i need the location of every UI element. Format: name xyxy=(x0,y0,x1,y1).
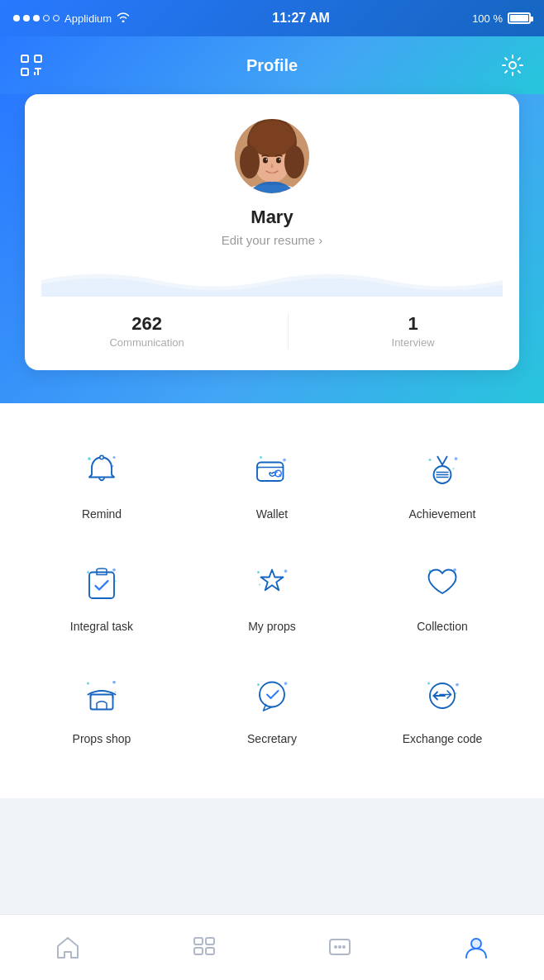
menu-item-my-props[interactable]: My props xyxy=(187,540,357,653)
grid-icon xyxy=(192,935,217,960)
signal-dots xyxy=(13,15,60,21)
status-time: 11:27 AM xyxy=(272,11,330,26)
props-shop-label: Props shop xyxy=(73,732,131,745)
achievement-icon-container xyxy=(416,445,469,497)
collection-label: Collection xyxy=(417,620,467,633)
svg-point-15 xyxy=(263,158,268,164)
svg-point-17 xyxy=(266,159,268,160)
wallet-label: Wallet xyxy=(256,507,288,521)
stat-communication-label: Communication xyxy=(109,336,184,349)
svg-point-18 xyxy=(279,159,281,160)
page-title: Profile xyxy=(246,56,298,75)
avatar xyxy=(235,119,309,193)
dot4 xyxy=(43,15,50,21)
svg-point-29 xyxy=(429,459,432,461)
stat-divider xyxy=(288,313,289,349)
bell-icon xyxy=(82,451,122,491)
svg-point-25 xyxy=(283,459,286,462)
remind-icon-container xyxy=(75,445,128,497)
grid-menu: Remind Wallet xyxy=(17,428,527,765)
carrier-name: Applidium xyxy=(64,12,112,25)
svg-rect-64 xyxy=(194,948,203,954)
svg-point-13 xyxy=(240,145,260,178)
wallet-icon xyxy=(252,451,292,491)
stat-interview: 1 Interview xyxy=(392,313,435,349)
svg-point-69 xyxy=(342,945,346,949)
svg-rect-63 xyxy=(206,938,214,944)
menu-item-collection[interactable]: Collection xyxy=(357,540,527,653)
status-left: Applidium xyxy=(13,12,130,25)
dot2 xyxy=(23,15,30,21)
secretary-label: Secretary xyxy=(247,732,297,745)
svg-point-56 xyxy=(427,683,430,685)
stat-interview-label: Interview xyxy=(392,336,435,349)
svg-point-6 xyxy=(509,62,516,69)
svg-rect-1 xyxy=(35,55,41,62)
stat-communication-value: 262 xyxy=(109,313,184,335)
stat-interview-value: 1 xyxy=(392,313,435,335)
svg-point-20 xyxy=(113,456,116,459)
menu-item-achievement[interactable]: Achievement xyxy=(357,428,527,540)
wifi-icon xyxy=(117,12,130,25)
props-shop-icon-container xyxy=(75,669,128,722)
scan-button[interactable] xyxy=(17,50,46,80)
tab-home[interactable] xyxy=(35,923,101,973)
profile-card: Mary Edit your resume › 262 Communicatio… xyxy=(25,94,519,370)
settings-button[interactable] xyxy=(498,50,527,80)
my-props-label: My props xyxy=(248,620,296,633)
home-icon xyxy=(55,935,80,960)
dot5 xyxy=(53,15,60,21)
tab-bar xyxy=(0,914,544,980)
svg-rect-2 xyxy=(21,69,28,75)
profile-section: Mary Edit your resume › 262 Communicatio… xyxy=(0,94,544,420)
user-name: Mary xyxy=(41,207,503,228)
collection-icon-container xyxy=(416,557,469,610)
svg-point-48 xyxy=(114,691,116,692)
svg-point-57 xyxy=(456,683,459,687)
remind-label: Remind xyxy=(82,507,122,521)
star-icon xyxy=(252,564,292,603)
dot3 xyxy=(33,15,40,21)
message-icon xyxy=(327,935,352,960)
battery-percent: 100 % xyxy=(472,12,503,25)
svg-rect-39 xyxy=(89,573,114,599)
menu-item-props-shop[interactable]: Props shop xyxy=(17,653,187,765)
svg-point-46 xyxy=(87,683,89,685)
svg-point-47 xyxy=(112,681,116,684)
status-bar: Applidium 11:27 AM 100 % xyxy=(0,0,544,36)
menu-item-exchange-code[interactable]: Exchange code xyxy=(357,653,527,765)
svg-point-40 xyxy=(257,571,260,573)
svg-point-31 xyxy=(452,468,454,469)
menu-item-wallet[interactable]: Wallet xyxy=(187,428,357,540)
svg-rect-65 xyxy=(206,948,214,954)
battery-fill xyxy=(510,15,528,21)
svg-rect-62 xyxy=(194,938,203,944)
menu-item-remind[interactable]: Remind xyxy=(17,428,187,540)
svg-rect-0 xyxy=(21,55,28,62)
svg-point-41 xyxy=(284,569,288,573)
tab-grid[interactable] xyxy=(171,923,237,973)
task-icon xyxy=(82,564,122,603)
medal-icon xyxy=(422,451,462,491)
svg-rect-27 xyxy=(257,463,284,482)
profile-icon xyxy=(464,935,489,960)
edit-resume-link[interactable]: Edit your resume › xyxy=(41,233,503,247)
svg-point-19 xyxy=(88,457,91,460)
exchange-code-label: Exchange code xyxy=(403,732,483,745)
wallet-icon-container xyxy=(246,445,298,497)
secretary-icon-container xyxy=(246,669,298,722)
tab-profile[interactable] xyxy=(443,923,509,973)
svg-point-53 xyxy=(284,682,288,685)
svg-point-23 xyxy=(100,455,104,459)
battery-icon xyxy=(508,12,531,24)
svg-point-71 xyxy=(472,940,480,948)
svg-point-30 xyxy=(455,457,458,460)
wave-divider xyxy=(41,264,503,297)
svg-point-36 xyxy=(87,571,89,573)
menu-item-secretary[interactable]: Secretary xyxy=(187,653,357,765)
svg-point-42 xyxy=(259,583,260,585)
menu-item-integral-task[interactable]: Integral task xyxy=(17,540,187,653)
my-props-icon-container xyxy=(246,557,298,610)
exchange-icon xyxy=(422,676,462,716)
tab-message[interactable] xyxy=(307,923,373,973)
